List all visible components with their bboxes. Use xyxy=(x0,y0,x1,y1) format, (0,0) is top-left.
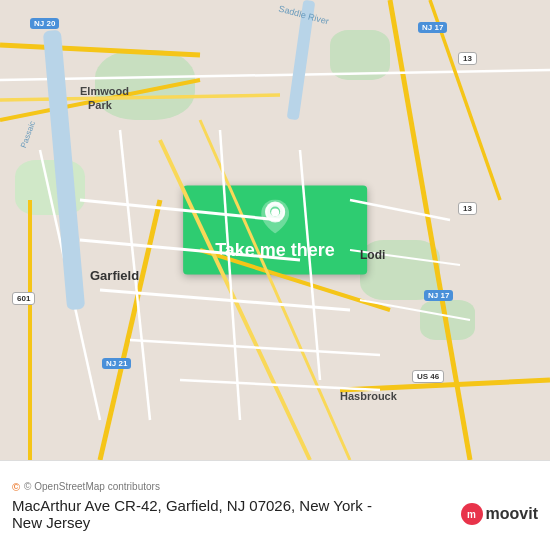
label-hasbrouck: Hasbrouck xyxy=(340,390,397,402)
svg-text:m: m xyxy=(467,509,476,520)
osm-logo: © xyxy=(12,481,20,493)
map-container: Elmwood Park Garfield Lodi Hasbrouck Sad… xyxy=(0,0,550,460)
shield-nj21: NJ 21 xyxy=(102,358,131,369)
road-svg xyxy=(0,0,550,460)
moovit-logo: m moovit xyxy=(461,503,538,525)
label-elmwood-park: Elmwood xyxy=(80,85,129,97)
svg-line-3 xyxy=(100,200,160,460)
shield-cr13-top: 13 xyxy=(458,52,477,65)
svg-line-15 xyxy=(300,150,320,380)
shield-cr13-bottom: 13 xyxy=(458,202,477,215)
svg-line-0 xyxy=(0,45,200,55)
moovit-icon: m xyxy=(461,503,483,525)
svg-line-12 xyxy=(180,380,380,390)
svg-line-17 xyxy=(0,70,550,80)
address-full2: New Jersey xyxy=(12,514,90,531)
shield-us46: US 46 xyxy=(412,370,444,383)
svg-line-9 xyxy=(80,240,300,260)
shield-nj17-bottom: NJ 17 xyxy=(424,290,453,301)
moovit-text: moovit xyxy=(486,505,538,523)
svg-line-18 xyxy=(0,95,280,100)
label-lodi: Lodi xyxy=(360,248,385,262)
label-elmwood-park2: Park xyxy=(88,99,112,111)
shield-nj17-top: NJ 17 xyxy=(418,22,447,33)
svg-line-8 xyxy=(80,200,280,220)
shield-nj20: NJ 20 xyxy=(30,18,59,29)
address-full: MacArthur Ave CR-42, Garfield, NJ 07026,… xyxy=(12,497,372,514)
moovit-icon-svg: m xyxy=(465,507,479,521)
svg-line-1 xyxy=(390,0,470,460)
bottom-bar: © © OpenStreetMap contributors MacArthur… xyxy=(0,460,550,550)
attribution-text: © OpenStreetMap contributors xyxy=(24,481,160,492)
shield-cr601: 601 xyxy=(12,292,35,305)
attribution-bar: © © OpenStreetMap contributors xyxy=(12,481,538,493)
address-line: MacArthur Ave CR-42, Garfield, NJ 07026,… xyxy=(12,497,538,531)
svg-line-21 xyxy=(350,200,450,220)
svg-line-23 xyxy=(360,300,470,320)
label-garfield: Garfield xyxy=(90,268,139,283)
address-text: MacArthur Ave CR-42, Garfield, NJ 07026,… xyxy=(12,497,372,531)
